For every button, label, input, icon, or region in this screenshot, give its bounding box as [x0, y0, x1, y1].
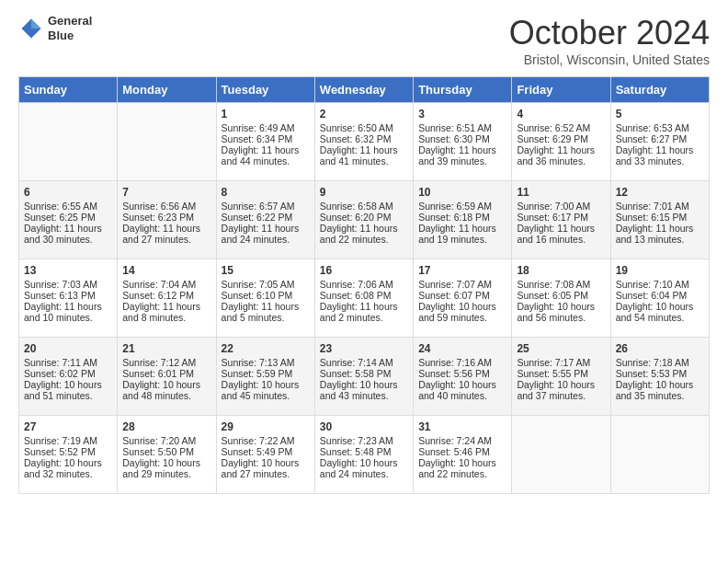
calendar-cell: 16Sunrise: 7:06 AMSunset: 6:08 PMDayligh…	[314, 259, 413, 338]
column-header-thursday: Thursday	[414, 77, 512, 103]
sunrise-text: Sunrise: 6:52 AM	[517, 122, 605, 133]
day-number: 22	[222, 342, 310, 355]
calendar-cell: 11Sunrise: 7:00 AMSunset: 6:17 PMDayligh…	[512, 181, 610, 259]
daylight-text: Daylight: 11 hours and 27 minutes.	[122, 223, 210, 245]
sunrise-text: Sunrise: 6:57 AM	[222, 201, 310, 212]
calendar-header-row: SundayMondayTuesdayWednesdayThursdayFrid…	[19, 77, 710, 103]
day-number: 16	[320, 264, 408, 277]
column-header-saturday: Saturday	[610, 77, 709, 103]
calendar-cell: 29Sunrise: 7:22 AMSunset: 5:49 PMDayligh…	[216, 416, 314, 494]
sunrise-text: Sunrise: 7:08 AM	[517, 279, 605, 290]
daylight-text: Daylight: 10 hours and 32 minutes.	[24, 457, 112, 479]
calendar-cell: 17Sunrise: 7:07 AMSunset: 6:07 PMDayligh…	[414, 259, 512, 338]
sunrise-text: Sunrise: 7:16 AM	[418, 357, 506, 368]
week-row-1: 1Sunrise: 6:49 AMSunset: 6:34 PMDaylight…	[19, 103, 710, 181]
calendar-cell: 14Sunrise: 7:04 AMSunset: 6:12 PMDayligh…	[118, 259, 216, 338]
calendar-cell: 20Sunrise: 7:11 AMSunset: 6:02 PMDayligh…	[19, 338, 118, 416]
day-number: 19	[616, 264, 704, 277]
sunset-text: Sunset: 6:13 PM	[24, 290, 112, 301]
sunset-text: Sunset: 5:49 PM	[222, 446, 310, 457]
daylight-text: Daylight: 10 hours and 40 minutes.	[418, 379, 506, 401]
calendar-cell: 8Sunrise: 6:57 AMSunset: 6:22 PMDaylight…	[216, 181, 314, 259]
calendar-cell: 7Sunrise: 6:56 AMSunset: 6:23 PMDaylight…	[118, 181, 216, 259]
daylight-text: Daylight: 11 hours and 44 minutes.	[222, 144, 310, 167]
calendar-cell: 3Sunrise: 6:51 AMSunset: 6:30 PMDaylight…	[414, 103, 512, 181]
day-number: 13	[24, 264, 112, 277]
sunset-text: Sunset: 6:22 PM	[222, 212, 310, 223]
daylight-text: Daylight: 10 hours and 35 minutes.	[616, 379, 704, 401]
sunrise-text: Sunrise: 6:53 AM	[616, 122, 704, 133]
daylight-text: Daylight: 11 hours and 13 minutes.	[616, 223, 704, 245]
sunset-text: Sunset: 5:56 PM	[418, 368, 506, 379]
sunrise-text: Sunrise: 7:07 AM	[418, 279, 506, 290]
day-number: 14	[122, 264, 210, 277]
sunset-text: Sunset: 6:12 PM	[122, 290, 210, 301]
week-row-5: 27Sunrise: 7:19 AMSunset: 5:52 PMDayligh…	[19, 416, 710, 494]
daylight-text: Daylight: 10 hours and 22 minutes.	[418, 457, 506, 479]
sunrise-text: Sunrise: 7:20 AM	[122, 435, 210, 446]
sunset-text: Sunset: 5:53 PM	[616, 368, 704, 379]
title-block: October 2024 Bristol, Wisconsin, United …	[509, 14, 710, 67]
week-row-3: 13Sunrise: 7:03 AMSunset: 6:13 PMDayligh…	[19, 259, 710, 338]
sunset-text: Sunset: 6:27 PM	[616, 133, 704, 144]
day-number: 24	[418, 342, 506, 355]
sunset-text: Sunset: 6:10 PM	[222, 290, 310, 301]
sunrise-text: Sunrise: 6:55 AM	[24, 201, 112, 212]
sunset-text: Sunset: 5:58 PM	[320, 368, 408, 379]
day-number: 18	[517, 264, 605, 277]
day-number: 12	[616, 186, 704, 199]
day-number: 4	[517, 108, 605, 121]
sunset-text: Sunset: 6:18 PM	[418, 212, 506, 223]
calendar-cell: 2Sunrise: 6:50 AMSunset: 6:32 PMDaylight…	[314, 103, 413, 181]
day-number: 11	[517, 186, 605, 199]
day-number: 6	[24, 186, 112, 199]
sunrise-text: Sunrise: 6:56 AM	[122, 201, 210, 212]
sunrise-text: Sunrise: 6:51 AM	[418, 122, 506, 133]
daylight-text: Daylight: 10 hours and 27 minutes.	[222, 457, 310, 479]
day-number: 29	[222, 420, 310, 433]
daylight-text: Daylight: 11 hours and 16 minutes.	[517, 223, 605, 245]
day-number: 20	[24, 342, 112, 355]
day-number: 2	[320, 108, 408, 121]
calendar-cell	[610, 416, 709, 494]
daylight-text: Daylight: 10 hours and 54 minutes.	[616, 301, 704, 323]
sunset-text: Sunset: 6:17 PM	[517, 212, 605, 223]
calendar-cell: 26Sunrise: 7:18 AMSunset: 5:53 PMDayligh…	[610, 338, 709, 416]
daylight-text: Daylight: 11 hours and 33 minutes.	[616, 144, 704, 167]
calendar-table: SundayMondayTuesdayWednesdayThursdayFrid…	[18, 76, 710, 494]
daylight-text: Daylight: 10 hours and 59 minutes.	[418, 301, 506, 323]
daylight-text: Daylight: 10 hours and 43 minutes.	[320, 379, 408, 401]
sunset-text: Sunset: 6:07 PM	[418, 290, 506, 301]
sunrise-text: Sunrise: 7:22 AM	[222, 435, 310, 446]
month-title: October 2024	[509, 14, 710, 52]
column-header-sunday: Sunday	[19, 77, 118, 103]
calendar-cell	[19, 103, 118, 181]
calendar-cell: 9Sunrise: 6:58 AMSunset: 6:20 PMDaylight…	[314, 181, 413, 259]
sunrise-text: Sunrise: 7:12 AM	[122, 357, 210, 368]
calendar-cell: 15Sunrise: 7:05 AMSunset: 6:10 PMDayligh…	[216, 259, 314, 338]
sunrise-text: Sunrise: 7:11 AM	[24, 357, 112, 368]
daylight-text: Daylight: 10 hours and 29 minutes.	[122, 457, 210, 479]
daylight-text: Daylight: 11 hours and 5 minutes.	[222, 301, 310, 323]
day-number: 10	[418, 186, 506, 199]
daylight-text: Daylight: 10 hours and 48 minutes.	[122, 379, 210, 401]
day-number: 5	[616, 108, 704, 121]
calendar-cell: 5Sunrise: 6:53 AMSunset: 6:27 PMDaylight…	[610, 103, 709, 181]
daylight-text: Daylight: 10 hours and 45 minutes.	[222, 379, 310, 401]
calendar-cell: 27Sunrise: 7:19 AMSunset: 5:52 PMDayligh…	[19, 416, 118, 494]
week-row-2: 6Sunrise: 6:55 AMSunset: 6:25 PMDaylight…	[19, 181, 710, 259]
daylight-text: Daylight: 11 hours and 24 minutes.	[222, 223, 310, 245]
calendar-cell: 25Sunrise: 7:17 AMSunset: 5:55 PMDayligh…	[512, 338, 610, 416]
sunset-text: Sunset: 6:25 PM	[24, 212, 112, 223]
daylight-text: Daylight: 11 hours and 30 minutes.	[24, 223, 112, 245]
day-number: 8	[222, 186, 310, 199]
column-header-monday: Monday	[118, 77, 216, 103]
location: Bristol, Wisconsin, United States	[509, 52, 710, 67]
daylight-text: Daylight: 11 hours and 8 minutes.	[122, 301, 210, 323]
column-header-friday: Friday	[512, 77, 610, 103]
day-number: 27	[24, 420, 112, 433]
day-number: 21	[122, 342, 210, 355]
calendar-cell	[512, 416, 610, 494]
sunset-text: Sunset: 6:30 PM	[418, 133, 506, 144]
sunset-text: Sunset: 5:52 PM	[24, 446, 112, 457]
